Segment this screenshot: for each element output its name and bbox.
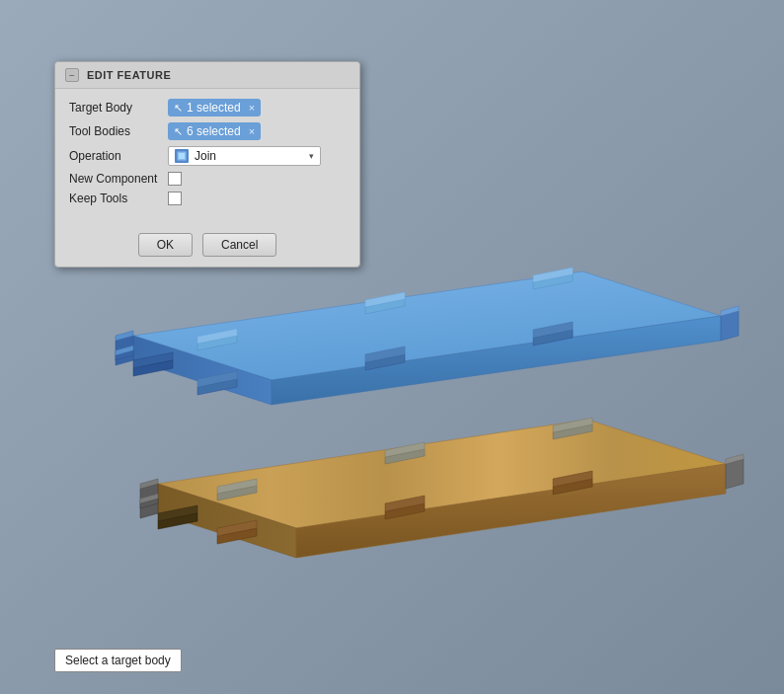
- svg-marker-35: [385, 449, 425, 464]
- svg-marker-32: [726, 454, 744, 464]
- keep-tools-label: Keep Tools: [69, 192, 168, 205]
- svg-marker-6: [116, 350, 133, 360]
- target-body-value: 1 selected: [187, 101, 241, 115]
- svg-marker-46: [158, 513, 197, 529]
- svg-marker-11: [197, 329, 237, 344]
- dialog-footer: OK Cancel: [55, 225, 359, 267]
- svg-rect-48: [179, 153, 185, 159]
- svg-marker-31: [726, 459, 744, 489]
- svg-marker-43: [553, 479, 592, 495]
- minus-icon: −: [69, 70, 75, 81]
- svg-marker-12: [365, 299, 405, 314]
- status-bar: Select a target body: [54, 649, 182, 672]
- svg-marker-28: [140, 479, 158, 489]
- tool-bodies-value: 6 selected: [187, 124, 241, 138]
- svg-marker-38: [553, 418, 592, 432]
- svg-marker-25: [158, 484, 296, 558]
- svg-marker-20: [533, 330, 573, 346]
- dropdown-arrow-icon: ▾: [309, 151, 314, 161]
- operation-label: Operation: [69, 149, 168, 163]
- operation-dropdown[interactable]: Join ▾: [168, 146, 321, 166]
- svg-marker-22: [133, 352, 173, 368]
- tool-bodies-label: Tool Bodies: [69, 124, 168, 138]
- target-body-clear[interactable]: ×: [249, 102, 255, 114]
- keep-tools-checkbox[interactable]: [168, 192, 182, 205]
- svg-marker-4: [116, 336, 133, 365]
- svg-marker-15: [533, 268, 573, 282]
- svg-marker-18: [365, 354, 405, 370]
- svg-marker-23: [133, 360, 173, 376]
- dialog-title: EDIT FEATURE: [87, 69, 171, 81]
- target-body-pill[interactable]: ↖ 1 selected ×: [168, 99, 261, 116]
- svg-marker-17: [197, 371, 237, 387]
- svg-marker-42: [385, 496, 425, 511]
- cursor-icon-tool: ↖: [174, 125, 183, 138]
- svg-marker-24: [158, 420, 726, 528]
- svg-marker-5: [116, 331, 133, 341]
- operation-value: Join: [195, 149, 305, 163]
- svg-marker-44: [553, 471, 592, 487]
- new-component-row: New Component: [69, 172, 346, 186]
- svg-marker-29: [140, 499, 158, 508]
- svg-marker-40: [217, 520, 257, 536]
- operation-row: Operation Join ▾: [69, 146, 346, 166]
- ok-button[interactable]: OK: [138, 233, 193, 257]
- svg-marker-27: [140, 484, 158, 518]
- status-text: Select a target body: [65, 654, 171, 667]
- new-component-label: New Component: [69, 172, 168, 186]
- svg-marker-39: [217, 528, 257, 544]
- svg-marker-3: [272, 316, 721, 405]
- svg-marker-7: [116, 346, 133, 355]
- svg-marker-8: [721, 311, 739, 341]
- svg-marker-2: [133, 336, 272, 405]
- svg-marker-21: [533, 322, 573, 338]
- svg-marker-16: [197, 379, 237, 395]
- svg-marker-45: [158, 505, 197, 521]
- operation-icon: [175, 149, 189, 163]
- svg-marker-37: [553, 424, 592, 439]
- new-component-checkbox-wrapper: [168, 172, 182, 186]
- dialog-body: Target Body ↖ 1 selected × Tool Bodies ↖…: [55, 89, 359, 225]
- svg-marker-9: [721, 306, 739, 316]
- svg-marker-34: [217, 479, 257, 494]
- svg-marker-26: [296, 464, 726, 558]
- edit-feature-dialog: − EDIT FEATURE Target Body ↖ 1 selected …: [54, 61, 360, 268]
- dialog-close-button[interactable]: −: [65, 68, 79, 82]
- keep-tools-row: Keep Tools: [69, 192, 346, 205]
- target-body-row: Target Body ↖ 1 selected ×: [69, 99, 346, 116]
- svg-marker-13: [365, 292, 405, 307]
- cancel-button[interactable]: Cancel: [202, 233, 276, 257]
- svg-marker-41: [385, 503, 425, 519]
- svg-marker-10: [197, 336, 237, 350]
- keep-tools-checkbox-wrapper: [168, 192, 182, 205]
- svg-marker-1: [133, 271, 721, 380]
- svg-marker-19: [365, 347, 405, 362]
- tool-bodies-pill[interactable]: ↖ 6 selected ×: [168, 122, 261, 140]
- cursor-icon-target: ↖: [174, 102, 183, 115]
- svg-marker-14: [533, 274, 573, 289]
- target-body-label: Target Body: [69, 101, 168, 115]
- dialog-titlebar: − EDIT FEATURE: [55, 62, 359, 89]
- tool-bodies-clear[interactable]: ×: [249, 125, 255, 137]
- svg-marker-30: [140, 494, 158, 503]
- new-component-checkbox[interactable]: [168, 172, 182, 186]
- svg-marker-36: [385, 442, 425, 457]
- svg-marker-33: [217, 486, 257, 501]
- tool-bodies-row: Tool Bodies ↖ 6 selected ×: [69, 122, 346, 140]
